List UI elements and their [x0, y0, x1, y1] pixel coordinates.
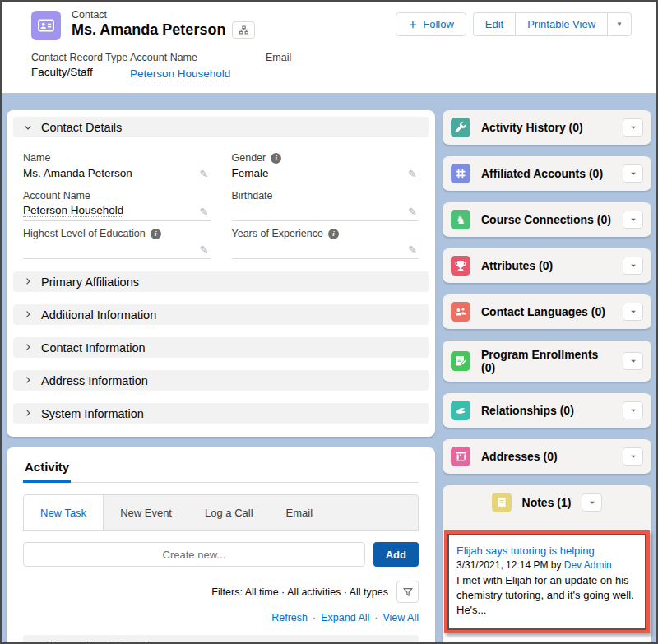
section-primary-affiliations[interactable]: Primary Affiliations [13, 271, 429, 292]
related-lists-column: Activity History (0)Affiliated Accounts … [443, 110, 651, 644]
chevron-down-icon [23, 123, 33, 132]
edit-pencil-icon[interactable]: ✎ [200, 169, 209, 179]
subtab-email[interactable]: Email [270, 495, 330, 530]
related-card-affiliated-accounts: Affiliated Accounts (0) [443, 156, 651, 191]
field-highest-level-of-education: Highest Level of Educationi✎ [23, 221, 211, 259]
funnel-icon [402, 586, 414, 598]
related-list-title[interactable]: Addresses (0) [481, 450, 612, 463]
field-label: Account Name [23, 190, 211, 202]
follow-button[interactable]: Follow [396, 12, 466, 36]
related-list-menu-button[interactable] [623, 257, 643, 275]
related-card-course-connections: ♞Course Connections (0) [443, 202, 651, 237]
related-list-title[interactable]: Program Enrollments (0) [481, 348, 612, 374]
note-meta: 3/31/2021, 12:14 PM by Dev Admin [456, 559, 637, 571]
view-hierarchy-button[interactable] [232, 21, 255, 39]
edit-pencil-icon[interactable]: ✎ [408, 206, 417, 217]
related-list-menu-button[interactable] [623, 447, 643, 466]
edit-pencil-icon[interactable]: ✎ [408, 169, 417, 179]
dot-separator: · [374, 612, 378, 623]
create-new-input[interactable] [23, 542, 365, 567]
related-list-menu-button[interactable] [623, 164, 643, 183]
field-value-row: Peterson Household✎ [23, 202, 211, 221]
field-label-text: Gender [232, 152, 266, 164]
activity-card: Activity New TaskNew EventLog a CallEmai… [7, 447, 435, 644]
related-list-menu-button[interactable] [623, 303, 643, 321]
related-list-menu-button[interactable] [582, 493, 602, 512]
related-list-title[interactable]: Affiliated Accounts (0) [481, 167, 612, 180]
add-button[interactable]: Add [373, 542, 419, 567]
related-list-menu-button[interactable] [623, 401, 643, 419]
field-label: Birthdate [232, 190, 419, 202]
info-icon: i [151, 229, 161, 239]
related-list-title[interactable]: Relationships (0) [481, 404, 612, 417]
section-contact-details[interactable]: Contact Details [13, 117, 429, 137]
field-name: NameMs. Amanda Peterson✎ [23, 146, 211, 183]
filters-button[interactable] [396, 581, 419, 603]
related-list-title[interactable]: Activity History (0) [481, 121, 612, 134]
action-button-group: Edit Printable View ▼ [473, 12, 632, 36]
related-card-contact-languages: Contact Languages (0) [443, 294, 651, 329]
field-years-of-experience: Years of Experiencei✎ [232, 221, 419, 259]
printable-view-button[interactable]: Printable View [516, 12, 608, 36]
view-all-link[interactable]: View All [382, 612, 419, 623]
detail-fields: NameMs. Amanda Peterson✎GenderiFemale✎Ac… [23, 146, 419, 259]
related-list-title[interactable]: Notes (1) [522, 496, 572, 509]
account-name-link[interactable]: Peterson Household [23, 204, 123, 217]
related-list-menu-button[interactable] [623, 118, 643, 137]
notes-card-body: Elijah says tutoring is helping3/31/2021… [443, 530, 651, 644]
section-address-information[interactable]: Address Information [13, 370, 429, 391]
caret-down-icon [629, 214, 637, 226]
chevron-right-icon [23, 374, 33, 387]
left-column: Contact Details NameMs. Amanda Peterson✎… [7, 110, 435, 644]
wrench-icon [451, 118, 470, 137]
section-system-information[interactable]: System Information [13, 403, 429, 424]
related-list-title[interactable]: Contact Languages (0) [481, 305, 612, 318]
related-card-activity-history: Activity History (0) [443, 110, 651, 145]
note-author-link[interactable]: Dev Admin [564, 559, 612, 571]
activity-tabbar: Activity [23, 460, 419, 483]
account-name-link[interactable]: Peterson Household [130, 67, 230, 81]
caret-down-icon [629, 168, 637, 180]
related-list-menu-button[interactable] [623, 211, 643, 229]
salesforce-contact-page: Contact Ms. Amanda Peterson Follow Edit … [0, 0, 658, 644]
related-list-title[interactable]: Attributes (0) [481, 259, 612, 272]
dot-separator: · [313, 612, 316, 623]
contact-entity-icon [31, 11, 61, 40]
field-value: Female [232, 167, 269, 179]
related-card-relationships: Relationships (0) [443, 393, 651, 428]
caret-down-icon [629, 355, 637, 368]
related-list-title[interactable]: Course Connections (0) [481, 213, 612, 226]
hierarchy-hash-icon [451, 164, 470, 183]
info-icon: i [328, 229, 339, 239]
entity-type-label: Contact [72, 9, 396, 21]
field-value-row: ✎ [232, 239, 419, 259]
note-title-link[interactable]: Elijah says tutoring is helping [456, 544, 637, 557]
view-all-link[interactable]: View All [528, 641, 565, 644]
section-additional-information[interactable]: Additional Information [13, 304, 429, 325]
expand-all-link[interactable]: Expand All [321, 612, 369, 623]
people-icon [451, 302, 470, 322]
edit-pencil-icon[interactable]: ✎ [408, 244, 417, 255]
note-body-preview: I met with Elijah for an update on his c… [456, 573, 637, 619]
subtab-new-event[interactable]: New Event [104, 495, 188, 530]
chevron-right-icon [23, 407, 33, 420]
refresh-link[interactable]: Refresh [271, 612, 308, 623]
edit-button[interactable]: Edit [473, 12, 516, 36]
highlights-panel: Contact Record TypeFaculty/StaffAccount … [31, 52, 632, 81]
subtab-new-task[interactable]: New Task [24, 495, 104, 530]
related-card-attributes: Attributes (0) [443, 248, 651, 283]
tab-activity[interactable]: Activity [23, 460, 71, 483]
section-contact-information[interactable]: Contact Information [13, 337, 429, 358]
caret-down-icon [629, 122, 637, 134]
more-actions-button[interactable]: ▼ [608, 12, 632, 36]
section-upcoming-overdue[interactable]: Upcoming & Overdue [23, 635, 419, 644]
field-value-row: Female✎ [232, 164, 419, 183]
field-value: Faculty/Staff [31, 66, 130, 80]
edit-pencil-icon[interactable]: ✎ [200, 244, 209, 255]
subtab-log-a-call[interactable]: Log a Call [188, 495, 270, 530]
field-label: Years of Experiencei [232, 228, 419, 239]
related-list-menu-button[interactable] [623, 352, 643, 370]
section-title: Additional Information [41, 308, 156, 322]
edit-pencil-icon[interactable]: ✎ [200, 206, 209, 217]
section-title: System Information [41, 407, 144, 420]
